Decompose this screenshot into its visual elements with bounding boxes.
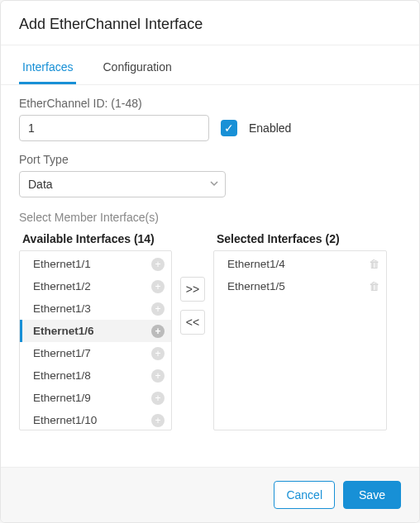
enabled-checkbox[interactable]: ✓ [221, 120, 237, 136]
available-item[interactable]: Ethernet1/10+ [20, 409, 171, 430]
selected-title: Selected Interfaces (2) [213, 232, 387, 245]
available-list[interactable]: Ethernet1/1+Ethernet1/2+Ethernet1/3+Ethe… [20, 251, 171, 430]
save-button[interactable]: Save [343, 481, 401, 509]
add-icon[interactable]: + [151, 369, 165, 383]
available-item-label: Ethernet1/10 [33, 414, 97, 426]
add-icon[interactable]: + [151, 280, 165, 293]
selected-column: Selected Interfaces (2) Ethernet1/4🗑Ethe… [213, 232, 387, 430]
select-members-label: Select Member Interface(s) [19, 211, 401, 224]
available-column: Available Interfaces (14) Ethernet1/1+Et… [19, 232, 172, 430]
add-icon[interactable]: + [151, 325, 165, 338]
etherchannel-id-input[interactable] [19, 115, 209, 141]
cancel-button[interactable]: Cancel [274, 481, 335, 509]
selected-list-box: Ethernet1/4🗑Ethernet1/5🗑 [213, 250, 387, 430]
available-item-label: Ethernet1/2 [33, 280, 91, 292]
available-item-label: Ethernet1/6 [33, 325, 94, 337]
port-type-value: Data [28, 178, 53, 191]
etherchannel-id-label: EtherChannel ID: (1-48) [19, 97, 401, 110]
add-icon[interactable]: + [151, 347, 165, 360]
port-type-select[interactable]: Data [19, 171, 226, 197]
selected-item[interactable]: Ethernet1/4🗑 [214, 253, 386, 275]
available-item-label: Ethernet1/3 [33, 302, 91, 315]
dialog-title: Add EtherChannel Interface [1, 1, 419, 45]
enabled-label: Enabled [249, 121, 291, 135]
available-item[interactable]: Ethernet1/2+ [20, 275, 171, 297]
dual-list: Available Interfaces (14) Ethernet1/1+Et… [19, 232, 401, 430]
dialog-footer: Cancel Save [1, 467, 419, 522]
move-all-right-button[interactable]: >> [180, 277, 205, 302]
selected-list[interactable]: Ethernet1/4🗑Ethernet1/5🗑 [214, 251, 386, 430]
trash-icon[interactable]: 🗑 [369, 258, 379, 270]
selected-item-label: Ethernet1/5 [227, 280, 285, 292]
available-item[interactable]: Ethernet1/1+ [20, 253, 171, 275]
available-item[interactable]: Ethernet1/8+ [20, 364, 171, 387]
add-icon[interactable]: + [151, 414, 165, 427]
available-title: Available Interfaces (14) [19, 232, 172, 245]
add-icon[interactable]: + [151, 392, 165, 405]
trash-icon[interactable]: 🗑 [369, 280, 379, 292]
available-item[interactable]: Ethernet1/9+ [20, 387, 171, 409]
tabs: Interfaces Configuration [1, 50, 419, 85]
port-type-label: Port Type [19, 153, 401, 166]
available-item-label: Ethernet1/8 [33, 369, 91, 382]
available-item[interactable]: Ethernet1/7+ [20, 342, 171, 364]
selected-item-label: Ethernet1/4 [227, 258, 285, 270]
available-item-label: Ethernet1/9 [33, 392, 91, 404]
move-buttons: >> << [180, 277, 205, 335]
dialog-body: EtherChannel ID: (1-48) ✓ Enabled Port T… [1, 85, 419, 467]
move-all-left-button[interactable]: << [180, 310, 205, 335]
add-icon[interactable]: + [151, 302, 165, 316]
available-item-label: Ethernet1/7 [33, 347, 91, 359]
add-etherchannel-dialog: Add EtherChannel Interface Interfaces Co… [0, 0, 420, 523]
add-icon[interactable]: + [151, 258, 165, 271]
tab-interfaces[interactable]: Interfaces [19, 50, 76, 84]
selected-item[interactable]: Ethernet1/5🗑 [214, 275, 386, 297]
available-item[interactable]: Ethernet1/6+ [20, 320, 171, 342]
available-list-box: Ethernet1/1+Ethernet1/2+Ethernet1/3+Ethe… [19, 250, 172, 430]
tab-configuration[interactable]: Configuration [99, 50, 174, 84]
check-icon: ✓ [224, 121, 234, 135]
available-item-label: Ethernet1/1 [33, 258, 91, 270]
available-item[interactable]: Ethernet1/3+ [20, 297, 171, 320]
